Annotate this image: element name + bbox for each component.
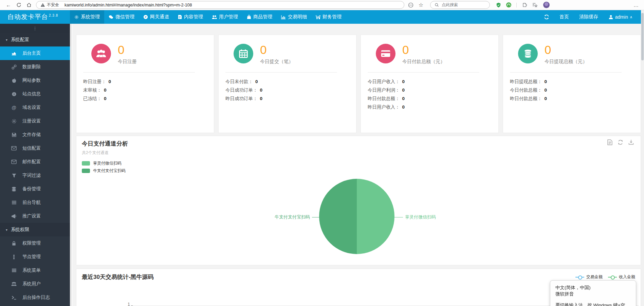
browser-profile-avatar[interactable] bbox=[543, 2, 550, 8]
search-box[interactable]: 点此搜索 bbox=[430, 1, 490, 9]
pie-chart-subtitle: 共2个支付通道 bbox=[82, 150, 635, 156]
top-menu-transaction-detail[interactable]: 交易明细 bbox=[277, 10, 311, 24]
stat-label: 今日付款总额（元） bbox=[402, 59, 445, 65]
extensions-icon[interactable] bbox=[519, 2, 530, 7]
back-icon[interactable]: ← bbox=[3, 2, 14, 8]
security-label[interactable]: 不安全 bbox=[47, 2, 59, 8]
sidebar-item-backend-home[interactable]: 后台主页 bbox=[0, 46, 70, 60]
sidebar-section-system-config[interactable]: ▾ 系统配置 bbox=[0, 33, 70, 46]
stat-label: 今日注册 bbox=[118, 59, 137, 65]
stat-row: 已冻结：0 bbox=[83, 94, 207, 103]
top-menu-system-manage[interactable]: 系统管理 bbox=[70, 10, 104, 24]
sidebar-section-system-perms[interactable]: ▾ 系统权限 bbox=[0, 223, 70, 236]
top-menu-gateway-channel[interactable]: P 网关通道 bbox=[139, 10, 173, 24]
restore-refresh-icon[interactable] bbox=[618, 139, 623, 145]
scrollbar-thumb[interactable] bbox=[641, 13, 644, 60]
sidebar-item-site-params[interactable]: 网站参数 bbox=[0, 74, 70, 87]
dots-vertical-icon bbox=[11, 254, 17, 260]
sidebar-item-perm-manage[interactable]: 权限管理 bbox=[0, 236, 70, 250]
top-menu-label: 内容管理 bbox=[184, 14, 203, 20]
top-menu-wechat-manage[interactable]: 微信管理 bbox=[104, 10, 139, 24]
pie-chart[interactable] bbox=[319, 179, 394, 254]
sidebar-section-label: 系统配置 bbox=[11, 37, 29, 43]
user-icon bbox=[608, 15, 613, 20]
legend-label: 交易金额 bbox=[586, 274, 603, 280]
search-icon bbox=[435, 3, 439, 7]
sidebar-item-front-nav[interactable]: 前台导航 bbox=[0, 196, 70, 209]
favorite-star-icon[interactable]: ☆ bbox=[416, 2, 426, 8]
stat-row: 昨日注册：0 bbox=[83, 77, 207, 86]
envelope-icon bbox=[11, 159, 17, 165]
refresh-icon[interactable] bbox=[544, 14, 549, 20]
brand-name: 自动发卡平台 bbox=[7, 13, 48, 20]
sidebar-item-mail-config[interactable]: 邮件配置 bbox=[0, 155, 70, 169]
sidebar-item-site-info[interactable]: 站点信息 bbox=[0, 87, 70, 101]
sidebar-item-data-delete[interactable]: 数据删除 bbox=[0, 60, 70, 74]
sidebar-item-system-menu[interactable]: 系统菜单 bbox=[0, 264, 70, 277]
sidebar-item-label: 文件存储 bbox=[22, 132, 41, 138]
stat-value: 0 bbox=[260, 44, 293, 56]
data-view-icon[interactable] bbox=[607, 139, 612, 145]
sidebar-item-label: 数据删除 bbox=[22, 64, 41, 70]
menu-bars-icon bbox=[11, 200, 17, 205]
sidebar-collapse-toggle[interactable]: ⋮ bbox=[0, 24, 70, 33]
sidebar-item-sms-config[interactable]: 短信配置 bbox=[0, 141, 70, 155]
sidebar-item-label: 后台操作日志 bbox=[22, 294, 50, 301]
download-icon[interactable] bbox=[628, 139, 634, 145]
admin-dropdown[interactable]: admin ∧ bbox=[608, 14, 632, 20]
top-menu-user-manage[interactable]: 用户管理 bbox=[207, 10, 242, 24]
home-icon[interactable] bbox=[24, 2, 34, 7]
browser-menu-icon[interactable]: … bbox=[633, 2, 641, 8]
users-badge-icon bbox=[91, 44, 111, 63]
brand-logo[interactable]: 自动发卡平台2.3.8 bbox=[0, 13, 70, 21]
stat-row: 今日用户收入：0 bbox=[368, 77, 492, 86]
sidebar-item-node-manage[interactable]: 节点管理 bbox=[0, 250, 70, 264]
legend-item-income-amount[interactable]: 收入金额 bbox=[608, 274, 635, 280]
stat-label: 今日提现总额（元） bbox=[545, 59, 587, 65]
line-marker-icon bbox=[575, 275, 584, 279]
clear-cache-link[interactable]: 清除缓存 bbox=[579, 14, 598, 20]
apple-icon bbox=[11, 78, 17, 83]
sidebar-item-promo-settings[interactable]: 推广设置 bbox=[0, 209, 70, 223]
sidebar-item-label: 短信配置 bbox=[22, 145, 41, 151]
legend-item-transaction-amount[interactable]: 交易金额 bbox=[575, 274, 603, 280]
sidebar-scrollbar[interactable] bbox=[70, 24, 72, 306]
url-bar[interactable]: 不安全 kamiworld.info/admin.html#/manage/in… bbox=[36, 1, 404, 9]
users-group-icon bbox=[11, 281, 17, 287]
sidebar-item-domain-settings[interactable]: @ 域名设置 bbox=[0, 101, 70, 114]
legend-item-wechat-scan[interactable]: 掌灵付微信扫码 bbox=[82, 159, 635, 167]
brand-version: 2.3.8 bbox=[49, 14, 58, 17]
gear-icon bbox=[11, 118, 17, 124]
stat-row: 昨日用户收入：0 bbox=[368, 103, 492, 111]
terminal-icon bbox=[11, 295, 17, 300]
sidebar-item-word-filter[interactable]: 字词过滤 bbox=[0, 169, 70, 182]
sidebar-item-admin-log[interactable]: 后台操作日志 bbox=[0, 291, 70, 304]
url-text[interactable]: kamiworld.info/admin.html#/manage/index/… bbox=[65, 3, 192, 7]
sidebar-item-file-storage[interactable]: 文件存储 bbox=[0, 128, 70, 141]
legend-item-alipay-scan[interactable]: 牛支付支付宝扫码 bbox=[82, 167, 635, 174]
legend-label: 收入金额 bbox=[619, 274, 635, 280]
sidebar-item-register-settings[interactable]: 注册设置 bbox=[0, 114, 70, 128]
top-menu-content-manage[interactable]: 内容管理 bbox=[173, 10, 207, 24]
sidebar-item-backup-manage[interactable]: 备份管理 bbox=[0, 182, 70, 196]
database-icon bbox=[11, 186, 17, 192]
sidebar-item-label: 系统菜单 bbox=[22, 267, 41, 273]
ellipsis-circle-icon[interactable] bbox=[406, 2, 416, 8]
lock-icon bbox=[11, 241, 17, 246]
top-menu-label: 网关通道 bbox=[150, 14, 169, 20]
page-scrollbar[interactable] bbox=[641, 10, 644, 306]
leaf-extension-icon[interactable] bbox=[503, 2, 514, 8]
collections-icon[interactable] bbox=[530, 3, 540, 7]
line-legend: 交易金额 收入金额 bbox=[575, 273, 635, 280]
stat-row: 昨日成功订单：0 bbox=[225, 94, 349, 103]
sidebar-item-label: 前台导航 bbox=[22, 199, 41, 206]
sidebar-item-system-users[interactable]: 系统用户 bbox=[0, 277, 70, 291]
sidebar-item-label: 字词过滤 bbox=[22, 172, 41, 178]
top-menu-finance-manage[interactable]: 财务管理 bbox=[311, 10, 346, 24]
top-menu-goods-manage[interactable]: 商品管理 bbox=[242, 10, 277, 24]
reload-icon[interactable] bbox=[14, 2, 24, 7]
legend-swatch bbox=[82, 161, 90, 166]
shield-extension-icon[interactable] bbox=[493, 2, 503, 8]
stat-value: 0 bbox=[402, 44, 445, 56]
home-link[interactable]: 首页 bbox=[559, 14, 569, 20]
